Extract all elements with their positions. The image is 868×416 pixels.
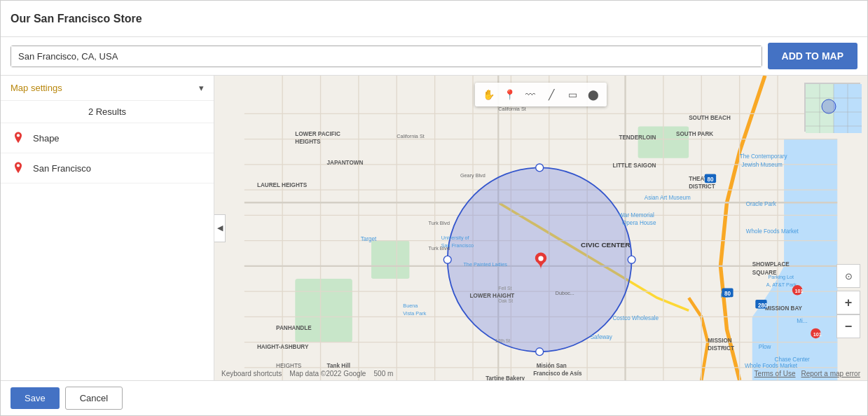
svg-text:A, AT&T Park: A, AT&T Park [766, 282, 797, 288]
svg-text:California St: California St [397, 133, 425, 139]
save-button[interactable]: Save [11, 387, 60, 409]
svg-text:280: 280 [758, 303, 768, 309]
svg-text:DISTRICT: DISTRICT [708, 345, 734, 352]
result-label: Shape [33, 133, 60, 144]
svg-text:Turk Blvd: Turk Blvd [429, 220, 450, 226]
search-input[interactable] [11, 46, 762, 67]
polyline-tool[interactable]: 〰 [521, 85, 539, 104]
zoom-out-button[interactable]: − [836, 314, 860, 338]
svg-point-41 [628, 256, 635, 263]
svg-text:Vista Park: Vista Park [403, 310, 426, 317]
svg-text:14th St: 14th St [495, 338, 511, 343]
svg-text:SOUTH BEACH: SOUTH BEACH [689, 115, 731, 121]
zoom-controls: ⊙ + − [836, 264, 860, 338]
zoom-to-location-button[interactable]: ⊙ [836, 264, 860, 288]
line-tool[interactable]: ╱ [542, 85, 560, 104]
svg-text:The Contemporary: The Contemporary [740, 153, 788, 160]
svg-text:The Painted Ladies: The Painted Ladies [463, 261, 507, 268]
circle-tool[interactable]: ⬤ [584, 85, 602, 104]
svg-text:Target: Target [361, 236, 377, 242]
svg-text:TENDERLOIN: TENDERLOIN [619, 134, 656, 141]
svg-text:Buena: Buena [403, 303, 418, 309]
svg-rect-4 [371, 241, 409, 279]
zoom-in-button[interactable]: + [836, 291, 860, 314]
svg-text:LITTLE SAIGON: LITTLE SAIGON [612, 162, 656, 169]
svg-text:HEIGHTS: HEIGHTS [295, 139, 321, 145]
keyboard-shortcuts-link[interactable]: Keyboard shortcuts [221, 370, 282, 377]
page-title: Our San Francisco Store [11, 13, 142, 25]
svg-point-40 [443, 256, 451, 263]
svg-text:California St: California St [498, 106, 526, 112]
svg-text:CIVIC CENTER: CIVIC CENTER [581, 241, 630, 249]
svg-text:Opera House: Opera House [622, 220, 656, 226]
terms-link[interactable]: Terms of Use [755, 370, 796, 377]
map-settings-toggle[interactable]: Map settings ▾ [1, 76, 214, 101]
map-data-text: Map data ©2022 Google [289, 370, 366, 377]
result-pin-icon [11, 160, 26, 176]
map-attribution: Terms of Use Report a map error [755, 370, 860, 377]
svg-text:Oracle Park: Oracle Park [746, 201, 777, 207]
list-item[interactable]: Shape [1, 123, 214, 153]
list-item[interactable]: San Francisco [1, 153, 214, 183]
result-pin-icon [11, 130, 26, 146]
results-count: 2 Results [1, 101, 214, 123]
result-label: San Francisco [33, 163, 91, 174]
results-list: Shape San Francisco [1, 123, 214, 380]
svg-text:Tank Hill: Tank Hill [327, 363, 350, 369]
map-settings-label: Map settings [11, 83, 62, 93]
svg-text:Asian Art Museum: Asian Art Museum [645, 195, 691, 201]
svg-text:SOUTH PARK: SOUTH PARK [676, 131, 713, 137]
svg-text:HAIGHT-ASHBURY: HAIGHT-ASHBURY [257, 344, 309, 350]
svg-text:University of: University of [441, 235, 470, 241]
svg-text:Plow: Plow [759, 344, 771, 350]
svg-text:MISSION BAY: MISSION BAY [765, 305, 803, 312]
svg-text:Parking Lot: Parking Lot [768, 274, 794, 280]
svg-text:Whole Foods Market: Whole Foods Market [746, 228, 799, 235]
svg-text:Geary Blvd: Geary Blvd [460, 172, 485, 179]
report-error-link[interactable]: Report a map error [801, 370, 860, 377]
scale-text: 500 m [374, 370, 394, 377]
svg-text:PANHANDLE: PANHANDLE [276, 325, 312, 331]
svg-text:101: 101 [813, 331, 822, 338]
svg-text:Duboc...: Duboc... [556, 290, 574, 296]
svg-point-0 [17, 134, 20, 137]
svg-text:Safeway: Safeway [591, 334, 613, 340]
svg-text:Whole Foods Market: Whole Foods Market [745, 363, 798, 369]
svg-point-39 [536, 348, 544, 356]
map-attribution-left: Keyboard shortcuts Map data ©2022 Google… [221, 370, 393, 377]
cancel-button[interactable]: Cancel [65, 387, 123, 410]
svg-text:80: 80 [724, 291, 731, 297]
svg-text:Jewish Museum: Jewish Museum [741, 162, 783, 168]
svg-text:Oak St: Oak St [498, 298, 513, 303]
hand-tool[interactable]: ✋ [479, 85, 497, 104]
svg-text:San Francisco: San Francisco [441, 242, 474, 249]
svg-text:101: 101 [795, 288, 804, 294]
svg-text:Costco Wholesale: Costco Wholesale [612, 315, 659, 321]
sidebar-toggle[interactable]: ◀ [214, 214, 226, 242]
svg-text:Mi...: Mi... [797, 318, 807, 324]
map-toolbar: ✋ 📍 〰 ╱ ▭ ⬤ [475, 83, 607, 106]
svg-rect-3 [295, 279, 352, 342]
svg-text:DISTRICT: DISTRICT [689, 183, 715, 190]
svg-point-38 [536, 164, 544, 172]
svg-text:LAUREL HEIGHTS: LAUREL HEIGHTS [257, 182, 308, 188]
map-thumbnail[interactable] [804, 83, 860, 132]
svg-point-126 [822, 99, 836, 113]
svg-text:80: 80 [707, 176, 714, 183]
chevron-down-icon: ▾ [199, 83, 204, 93]
svg-point-1 [17, 164, 20, 167]
svg-text:Fell St: Fell St [498, 286, 511, 291]
svg-point-112 [538, 256, 543, 261]
svg-text:Francisco de Asís: Francisco de Asís [533, 370, 582, 377]
add-to-map-button[interactable]: ADD TO MAP [768, 43, 857, 69]
svg-text:Chase Center: Chase Center [775, 356, 811, 363]
rectangle-tool[interactable]: ▭ [563, 85, 581, 104]
svg-text:MISSION: MISSION [708, 338, 731, 344]
svg-text:Misión San: Misión San [537, 363, 567, 369]
svg-text:SHOWPLACE: SHOWPLACE [752, 261, 790, 268]
marker-tool[interactable]: 📍 [500, 85, 518, 104]
svg-text:Tartine Bakery: Tartine Bakery [485, 375, 525, 380]
svg-text:JAPANTOWN: JAPANTOWN [327, 160, 364, 166]
map-container[interactable]: LOWER PACIFIC HEIGHTS LAUREL HEIGHTS JAP… [214, 76, 867, 380]
svg-text:War Memorial: War Memorial [619, 212, 654, 219]
